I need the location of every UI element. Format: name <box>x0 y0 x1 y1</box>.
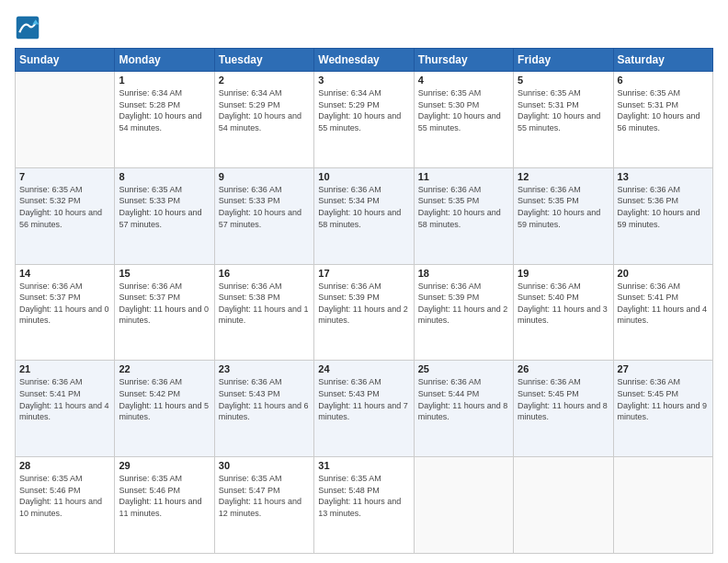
calendar-cell: 16Sunrise: 6:36 AMSunset: 5:38 PMDayligh… <box>214 264 313 361</box>
calendar-cell: 22Sunrise: 6:36 AMSunset: 5:42 PMDayligh… <box>115 361 214 457</box>
calendar-cell <box>514 457 613 554</box>
calendar-cell: 14Sunrise: 6:36 AMSunset: 5:37 PMDayligh… <box>16 264 115 361</box>
calendar-cell <box>613 457 712 554</box>
day-number: 24 <box>318 363 409 374</box>
day-info: Sunrise: 6:36 AMSunset: 5:41 PMDaylight:… <box>618 281 709 327</box>
calendar-cell: 24Sunrise: 6:36 AMSunset: 5:43 PMDayligh… <box>314 361 414 457</box>
day-info: Sunrise: 6:34 AMSunset: 5:29 PMDaylight:… <box>318 87 409 133</box>
day-number: 21 <box>19 363 110 374</box>
day-info: Sunrise: 6:35 AMSunset: 5:32 PMDaylight:… <box>19 184 110 230</box>
day-info: Sunrise: 6:36 AMSunset: 5:44 PMDaylight:… <box>418 376 509 422</box>
calendar-cell: 20Sunrise: 6:36 AMSunset: 5:41 PMDayligh… <box>613 264 712 361</box>
day-number: 8 <box>119 171 210 182</box>
calendar-weekday-tuesday: Tuesday <box>214 49 313 72</box>
day-info: Sunrise: 6:36 AMSunset: 5:45 PMDaylight:… <box>618 376 709 422</box>
day-info: Sunrise: 6:36 AMSunset: 5:42 PMDaylight:… <box>119 376 210 422</box>
day-info: Sunrise: 6:36 AMSunset: 5:37 PMDaylight:… <box>19 281 110 327</box>
day-info: Sunrise: 6:35 AMSunset: 5:33 PMDaylight:… <box>119 184 210 230</box>
calendar-cell: 4Sunrise: 6:35 AMSunset: 5:30 PMDaylight… <box>414 72 513 168</box>
day-info: Sunrise: 6:35 AMSunset: 5:46 PMDaylight:… <box>19 473 110 519</box>
day-info: Sunrise: 6:35 AMSunset: 5:47 PMDaylight:… <box>219 473 310 519</box>
calendar-cell: 7Sunrise: 6:35 AMSunset: 5:32 PMDaylight… <box>16 167 115 264</box>
calendar-week-row: 21Sunrise: 6:36 AMSunset: 5:41 PMDayligh… <box>16 361 713 457</box>
calendar-table: SundayMondayTuesdayWednesdayThursdayFrid… <box>15 48 713 554</box>
day-number: 2 <box>219 75 310 86</box>
day-info: Sunrise: 6:36 AMSunset: 5:39 PMDaylight:… <box>318 281 409 327</box>
day-info: Sunrise: 6:35 AMSunset: 5:48 PMDaylight:… <box>318 473 409 519</box>
calendar-cell: 11Sunrise: 6:36 AMSunset: 5:35 PMDayligh… <box>414 167 513 264</box>
day-info: Sunrise: 6:34 AMSunset: 5:28 PMDaylight:… <box>119 87 210 133</box>
day-info: Sunrise: 6:35 AMSunset: 5:46 PMDaylight:… <box>119 473 210 519</box>
calendar-cell: 23Sunrise: 6:36 AMSunset: 5:43 PMDayligh… <box>214 361 313 457</box>
day-number: 10 <box>318 171 409 182</box>
day-number: 5 <box>518 75 609 86</box>
day-number: 4 <box>418 75 509 86</box>
calendar-cell: 25Sunrise: 6:36 AMSunset: 5:44 PMDayligh… <box>414 361 513 457</box>
calendar-cell: 26Sunrise: 6:36 AMSunset: 5:45 PMDayligh… <box>514 361 613 457</box>
day-number: 30 <box>219 460 310 471</box>
day-number: 27 <box>618 363 709 374</box>
calendar-weekday-friday: Friday <box>514 49 613 72</box>
day-number: 29 <box>119 460 210 471</box>
day-info: Sunrise: 6:34 AMSunset: 5:29 PMDaylight:… <box>219 87 310 133</box>
day-info: Sunrise: 6:36 AMSunset: 5:40 PMDaylight:… <box>518 281 609 327</box>
header <box>15 15 713 40</box>
day-number: 25 <box>418 363 509 374</box>
calendar-cell <box>414 457 513 554</box>
calendar-cell: 31Sunrise: 6:35 AMSunset: 5:48 PMDayligh… <box>314 457 414 554</box>
day-info: Sunrise: 6:35 AMSunset: 5:31 PMDaylight:… <box>618 87 709 133</box>
day-number: 17 <box>318 268 409 279</box>
day-number: 26 <box>518 363 609 374</box>
calendar-weekday-wednesday: Wednesday <box>314 49 414 72</box>
calendar-weekday-monday: Monday <box>115 49 214 72</box>
logo <box>15 15 44 40</box>
day-number: 20 <box>618 268 709 279</box>
calendar-cell: 28Sunrise: 6:35 AMSunset: 5:46 PMDayligh… <box>16 457 115 554</box>
day-number: 11 <box>418 171 509 182</box>
calendar-cell: 29Sunrise: 6:35 AMSunset: 5:46 PMDayligh… <box>115 457 214 554</box>
day-number: 18 <box>418 268 509 279</box>
day-info: Sunrise: 6:35 AMSunset: 5:31 PMDaylight:… <box>518 87 609 133</box>
day-number: 22 <box>119 363 210 374</box>
calendar-header-row: SundayMondayTuesdayWednesdayThursdayFrid… <box>16 49 713 72</box>
day-info: Sunrise: 6:36 AMSunset: 5:33 PMDaylight:… <box>219 184 310 230</box>
calendar-weekday-thursday: Thursday <box>414 49 513 72</box>
day-number: 14 <box>19 268 110 279</box>
day-number: 13 <box>618 171 709 182</box>
calendar-cell: 30Sunrise: 6:35 AMSunset: 5:47 PMDayligh… <box>214 457 313 554</box>
day-info: Sunrise: 6:36 AMSunset: 5:37 PMDaylight:… <box>119 281 210 327</box>
day-info: Sunrise: 6:36 AMSunset: 5:43 PMDaylight:… <box>219 376 310 422</box>
calendar-cell: 8Sunrise: 6:35 AMSunset: 5:33 PMDaylight… <box>115 167 214 264</box>
calendar-cell: 10Sunrise: 6:36 AMSunset: 5:34 PMDayligh… <box>314 167 414 264</box>
day-number: 7 <box>19 171 110 182</box>
calendar-weekday-sunday: Sunday <box>16 49 115 72</box>
day-number: 1 <box>119 75 210 86</box>
calendar-cell: 1Sunrise: 6:34 AMSunset: 5:28 PMDaylight… <box>115 72 214 168</box>
day-info: Sunrise: 6:35 AMSunset: 5:30 PMDaylight:… <box>418 87 509 133</box>
day-info: Sunrise: 6:36 AMSunset: 5:43 PMDaylight:… <box>318 376 409 422</box>
day-number: 28 <box>19 460 110 471</box>
calendar-cell: 3Sunrise: 6:34 AMSunset: 5:29 PMDaylight… <box>314 72 414 168</box>
day-info: Sunrise: 6:36 AMSunset: 5:41 PMDaylight:… <box>19 376 110 422</box>
day-number: 31 <box>318 460 409 471</box>
calendar-weekday-saturday: Saturday <box>613 49 712 72</box>
day-info: Sunrise: 6:36 AMSunset: 5:34 PMDaylight:… <box>318 184 409 230</box>
day-number: 19 <box>518 268 609 279</box>
calendar-cell: 18Sunrise: 6:36 AMSunset: 5:39 PMDayligh… <box>414 264 513 361</box>
day-number: 9 <box>219 171 310 182</box>
svg-rect-0 <box>17 17 40 40</box>
calendar-cell: 2Sunrise: 6:34 AMSunset: 5:29 PMDaylight… <box>214 72 313 168</box>
calendar-cell: 6Sunrise: 6:35 AMSunset: 5:31 PMDaylight… <box>613 72 712 168</box>
calendar-cell: 21Sunrise: 6:36 AMSunset: 5:41 PMDayligh… <box>16 361 115 457</box>
day-info: Sunrise: 6:36 AMSunset: 5:38 PMDaylight:… <box>219 281 310 327</box>
calendar-cell: 13Sunrise: 6:36 AMSunset: 5:36 PMDayligh… <box>613 167 712 264</box>
calendar-week-row: 7Sunrise: 6:35 AMSunset: 5:32 PMDaylight… <box>16 167 713 264</box>
day-number: 15 <box>119 268 210 279</box>
calendar-cell: 27Sunrise: 6:36 AMSunset: 5:45 PMDayligh… <box>613 361 712 457</box>
day-info: Sunrise: 6:36 AMSunset: 5:35 PMDaylight:… <box>518 184 609 230</box>
day-number: 12 <box>518 171 609 182</box>
day-number: 6 <box>618 75 709 86</box>
day-number: 23 <box>219 363 310 374</box>
day-info: Sunrise: 6:36 AMSunset: 5:39 PMDaylight:… <box>418 281 509 327</box>
day-number: 3 <box>318 75 409 86</box>
